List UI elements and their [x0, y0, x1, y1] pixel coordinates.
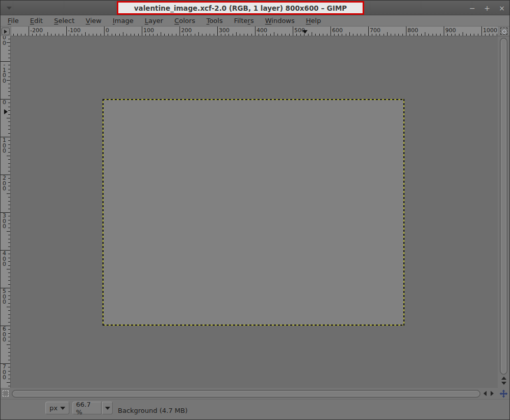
maximize-button[interactable]: + [483, 4, 491, 12]
scroll-left-icon[interactable] [483, 391, 487, 396]
ruler-corner-cell [1, 27, 11, 36]
ruler-tick [7, 42, 10, 43]
ruler-tick [8, 318, 10, 318]
close-button[interactable]: × [498, 4, 505, 12]
canvas-viewport[interactable] [11, 36, 498, 388]
vertical-steppers [501, 375, 506, 387]
image-canvas[interactable] [103, 99, 404, 326]
ruler-tick [8, 322, 10, 323]
ruler-tick [21, 34, 21, 36]
ruler-label-h: 300 [219, 27, 230, 34]
ruler-tick [8, 46, 10, 46]
menu-windows[interactable]: Windows [260, 16, 300, 26]
ruler-tick [8, 216, 10, 216]
menu-file[interactable]: File [2, 16, 24, 26]
ruler-tick [8, 375, 10, 375]
ruler-tick [432, 34, 433, 36]
ruler-tick [417, 34, 418, 36]
navigation-cross-icon[interactable] [499, 389, 508, 398]
zoom-fit-window-icon[interactable] [500, 28, 507, 35]
pointer-position-marker-v [4, 109, 8, 114]
menu-edit[interactable]: Edit [24, 16, 48, 26]
window-menu-icon[interactable] [7, 7, 12, 10]
navigation-cell [498, 388, 509, 399]
ruler-tick [8, 337, 10, 337]
ruler-tick [395, 34, 395, 36]
ruler-tick [93, 34, 93, 36]
ruler-tick [85, 32, 86, 36]
ruler-tick [421, 34, 422, 36]
ruler-origin-button[interactable] [2, 28, 10, 35]
ruler-tick [361, 34, 361, 36]
ruler-tick [126, 34, 127, 36]
ruler-tick [225, 34, 225, 36]
ruler-tick [8, 379, 10, 379]
vertical-scrollbar[interactable] [500, 38, 507, 375]
ruler-tick [8, 341, 10, 341]
scroll-right-icon[interactable] [491, 391, 494, 396]
ruler-tick [8, 205, 10, 205]
ruler-tick [289, 34, 290, 36]
ruler-tick [8, 273, 10, 273]
menu-image[interactable]: Image [107, 16, 139, 26]
menu-tools[interactable]: Tools [201, 16, 228, 26]
ruler-tick [228, 34, 229, 36]
ruler-tick [240, 34, 240, 36]
ruler-label-v: 200 [2, 176, 7, 192]
ruler-tick [191, 34, 191, 36]
titlebar[interactable]: valentine_image.xcf-2.0 (RGB, 1 layer) 8… [1, 1, 509, 15]
ruler-label-v: -200 [2, 36, 7, 46]
ruler-label-h: 1000 [483, 27, 497, 34]
ruler-label-h: 400 [257, 27, 267, 34]
ruler-tick [17, 34, 18, 36]
menu-select[interactable]: Select [48, 16, 80, 26]
chevron-down-icon [60, 407, 65, 410]
ruler-tick [481, 27, 482, 36]
quick-mask-cell [1, 388, 11, 399]
zoom-value: 66.7 % [76, 401, 98, 416]
ruler-label-h: -100 [68, 27, 81, 34]
ruler-tick [8, 121, 10, 122]
ruler-tick [104, 27, 105, 36]
ruler-tick [8, 144, 10, 145]
menu-filters[interactable]: Filters [228, 16, 260, 26]
ruler-tick [7, 80, 10, 81]
ruler-tick [8, 54, 10, 54]
ruler-tick [8, 333, 10, 334]
horizontal-scrollbar-thumb[interactable] [13, 391, 479, 397]
unit-select[interactable]: px [45, 402, 69, 414]
ruler-tick [489, 34, 490, 36]
statusbar: px 66.7 % Background (4.7 MB) [1, 399, 509, 419]
menu-layer[interactable]: Layer [139, 16, 169, 26]
ruler-tick [119, 34, 120, 36]
ruler-tick [157, 34, 158, 36]
ruler-tick [8, 103, 10, 103]
scroll-down-icon[interactable] [501, 382, 506, 385]
vertical-scrollbar-thumb[interactable] [501, 39, 506, 374]
ruler-tick [334, 34, 335, 36]
zoom-control: 66.7 % [72, 402, 113, 414]
ruler-tick [330, 27, 331, 36]
menu-view[interactable]: View [80, 16, 107, 26]
ruler-label-h: -200 [30, 27, 43, 34]
ruler-tick [59, 34, 59, 36]
quick-mask-icon[interactable] [3, 390, 9, 397]
horizontal-scrollbar[interactable] [12, 390, 480, 398]
ruler-label-v: 700 [2, 364, 7, 381]
ruler-tick [217, 27, 218, 36]
ruler-tick [338, 34, 339, 36]
horizontal-ruler[interactable]: -200-10001002003004005006007008009001000 [11, 27, 498, 36]
ruler-tick [391, 34, 391, 36]
zoom-dropdown-button[interactable] [102, 402, 113, 414]
scroll-up-icon[interactable] [501, 377, 506, 380]
menu-help[interactable]: Help [300, 16, 327, 26]
ruler-tick [463, 32, 463, 36]
ruler-tick [466, 34, 467, 36]
ruler-tick [428, 34, 429, 36]
zoom-input[interactable]: 66.7 % [72, 402, 101, 414]
vertical-ruler[interactable]: -200-1000100200300400500600700 [1, 36, 11, 388]
menu-colors[interactable]: Colors [169, 16, 201, 26]
minimize-button[interactable]: − [469, 4, 476, 12]
layer-boundary-right [403, 99, 404, 326]
ruler-tick [8, 84, 10, 84]
